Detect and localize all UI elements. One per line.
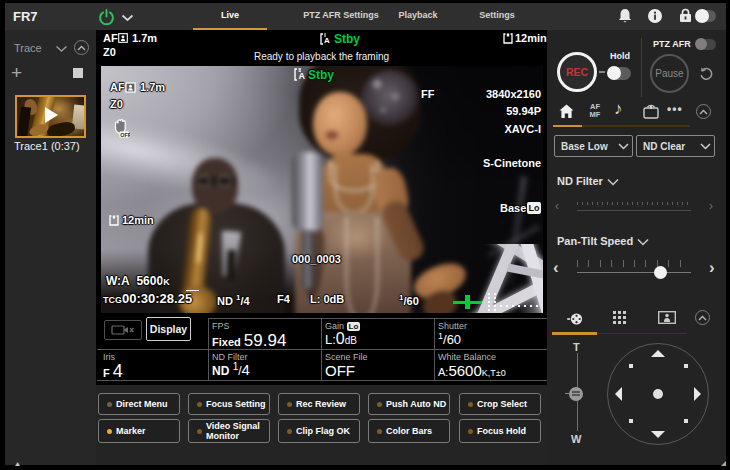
svg-text:OFF: OFF: [120, 132, 130, 138]
svg-text:A: A: [324, 36, 330, 45]
svg-text:A: A: [299, 71, 306, 81]
